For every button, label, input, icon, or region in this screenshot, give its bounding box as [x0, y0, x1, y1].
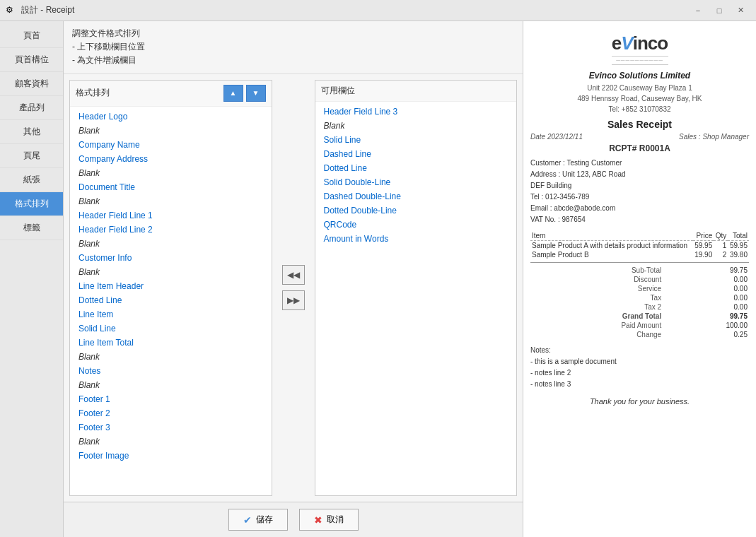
item-name-2: Sample Product B	[530, 250, 693, 259]
logo-e: e	[612, 33, 621, 54]
instruction-line2: - 上下移動欄目位置	[72, 40, 514, 54]
available-item-solid-double-line[interactable]: Solid Double-Line	[315, 175, 517, 189]
close-button[interactable]: ✕	[731, 3, 750, 18]
sidebar-item-paper[interactable]: 紙張	[0, 168, 63, 192]
available-item-amount-in-words[interactable]: Amount in Words	[315, 232, 517, 246]
sidebar-item-customer[interactable]: 顧客資料	[0, 72, 63, 96]
format-item-blank4[interactable]: Blank	[70, 237, 272, 251]
total-label-discount: Discount	[530, 275, 667, 284]
sidebar-item-format[interactable]: 格式排列	[0, 192, 63, 216]
format-item-footer-image[interactable]: Footer Image	[70, 449, 272, 463]
available-item-blank[interactable]: Blank	[315, 119, 517, 133]
save-button[interactable]: ✔ 儲存	[228, 509, 288, 531]
receipt-table: Item Price Qty Total Sample Product A wi…	[530, 231, 749, 259]
notes-label: Notes:	[530, 345, 749, 356]
total-row-grand: Grand Total 99.75	[530, 312, 749, 321]
sidebar-item-products[interactable]: 產品列	[0, 96, 63, 120]
sidebar-item-home[interactable]: 頁首	[0, 24, 63, 48]
format-item-company-address[interactable]: Company Address	[70, 152, 272, 166]
sidebar-item-footer[interactable]: 頁尾	[0, 144, 63, 168]
move-down-button[interactable]: ▼	[246, 85, 266, 102]
transfer-left-button[interactable]: ◀◀	[282, 265, 305, 285]
available-item-dashed-line[interactable]: Dashed Line	[315, 147, 517, 161]
table-row: Sample Product B 19.90 2 39.80	[530, 250, 749, 259]
total-value-subtotal: 99.75	[667, 266, 749, 275]
maximize-button[interactable]: □	[709, 3, 729, 18]
available-item-dotted-line[interactable]: Dotted Line	[315, 161, 517, 175]
total-row-paid: Paid Amount 100.00	[530, 321, 749, 330]
table-row: Sample Product A with details product in…	[530, 241, 749, 251]
format-item-header-field-line2[interactable]: Header Field Line 2	[70, 223, 272, 237]
item-price-2: 19.90	[693, 250, 714, 259]
format-item-header-logo[interactable]: Header Logo	[70, 110, 272, 124]
format-item-company-name[interactable]: Company Name	[70, 138, 272, 152]
format-item-blank3[interactable]: Blank	[70, 194, 272, 208]
sidebar-item-header-pos[interactable]: 頁首構位	[0, 48, 63, 72]
available-item-dashed-double-line[interactable]: Dashed Double-Line	[315, 189, 517, 203]
available-list: Header Field Line 3 Blank Solid Line Das…	[315, 102, 517, 495]
total-row-subtotal: Sub-Total 99.75	[530, 266, 749, 275]
format-item-footer3[interactable]: Footer 3	[70, 420, 272, 435]
main-layout: 頁首 頁首構位 顧客資料 產品列 其他 頁尾 紙張 格式排列 標籤 調整文件格式…	[0, 21, 756, 537]
total-row-tax2: Tax 2 0.00	[530, 302, 749, 312]
format-item-line-item-header[interactable]: Line Item Header	[70, 279, 272, 293]
total-label-subtotal: Sub-Total	[530, 266, 667, 275]
format-item-footer2[interactable]: Footer 2	[70, 406, 272, 420]
receipt-date: Date 2023/12/11	[530, 133, 583, 141]
minimize-button[interactable]: −	[688, 3, 708, 18]
item-qty-2: 2	[714, 250, 728, 259]
title-bar-title: 設計 - Receipt	[21, 4, 74, 16]
format-item-blank7[interactable]: Blank	[70, 378, 272, 392]
available-panel: 可用欄位 Header Field Line 3 Blank Solid Lin…	[315, 80, 518, 496]
title-bar-left: ⚙ 設計 - Receipt	[6, 4, 74, 16]
customer-line-6: VAT No. : 987654	[530, 214, 749, 225]
move-up-button[interactable]: ▲	[223, 85, 243, 102]
format-item-line-item[interactable]: Line Item	[70, 307, 272, 321]
receipt-address-line1: Unit 2202 Causeway Bay Plaza 1	[530, 83, 749, 93]
format-item-blank5[interactable]: Blank	[70, 265, 272, 279]
logo-v: V	[621, 33, 632, 54]
transfer-right-button[interactable]: ▶▶	[282, 290, 305, 310]
panels-area: 格式排列 ▲ ▼ Header Logo Blank Company Name …	[64, 74, 523, 502]
cancel-button[interactable]: ✖ 取消	[299, 509, 359, 531]
arrow-buttons: ▲ ▼	[223, 85, 266, 102]
format-item-line-item-total[interactable]: Line Item Total	[70, 336, 272, 350]
total-row-service: Service 0.00	[530, 284, 749, 293]
total-label-tax2: Tax 2	[530, 302, 667, 312]
available-item-header-field-line3[interactable]: Header Field Line 3	[315, 105, 517, 119]
available-item-dotted-double-line[interactable]: Dotted Double-Line	[315, 203, 517, 218]
format-item-customer-info[interactable]: Customer Info	[70, 251, 272, 265]
instructions: 調整文件格式排列 - 上下移動欄目位置 - 為文件增減欄目	[64, 21, 523, 74]
format-item-solid-line[interactable]: Solid Line	[70, 321, 272, 336]
cancel-icon: ✖	[314, 514, 322, 526]
format-item-notes[interactable]: Notes	[70, 364, 272, 378]
receipt-totals: Sub-Total 99.75 Discount 0.00 Service 0.…	[530, 266, 749, 339]
receipt-notes: Notes: - this is a sample document - not…	[530, 345, 749, 390]
available-item-qrcode[interactable]: QRCode	[315, 218, 517, 232]
sidebar-item-labels[interactable]: 標籤	[0, 216, 63, 240]
notes-line1: - this is a sample document	[530, 356, 749, 367]
format-item-footer1[interactable]: Footer 1	[70, 392, 272, 406]
sidebar-item-other[interactable]: 其他	[0, 120, 63, 144]
instruction-line3: - 為文件增減欄目	[72, 54, 514, 67]
col-item: Item	[530, 231, 693, 241]
receipt-address-line2: 489 Hennssy Road, Causeway Bay, HK	[530, 93, 749, 104]
format-item-blank8[interactable]: Blank	[70, 435, 272, 449]
item-total-1: 59.95	[728, 241, 749, 251]
title-bar-controls: − □ ✕	[688, 3, 750, 18]
format-item-blank2[interactable]: Blank	[70, 166, 272, 180]
customer-line-1: Customer : Testing Customer	[530, 158, 749, 169]
receipt-thank-you: Thank you for your business.	[530, 397, 749, 406]
format-item-document-title[interactable]: Document Title	[70, 180, 272, 194]
format-item-blank1[interactable]: Blank	[70, 124, 272, 138]
format-item-blank6[interactable]: Blank	[70, 350, 272, 364]
item-price-1: 59.95	[693, 241, 714, 251]
format-item-dotted-line1[interactable]: Dotted Line	[70, 293, 272, 307]
receipt-doc-title: Sales Receipt	[530, 119, 749, 130]
total-label-tax: Tax	[530, 293, 667, 302]
available-item-solid-line[interactable]: Solid Line	[315, 133, 517, 147]
format-item-header-field-line1[interactable]: Header Field Line 1	[70, 208, 272, 223]
notes-line2: - notes line 2	[530, 367, 749, 379]
total-value-change: 0.25	[667, 330, 749, 339]
format-panel-title: 格式排列	[76, 87, 110, 99]
